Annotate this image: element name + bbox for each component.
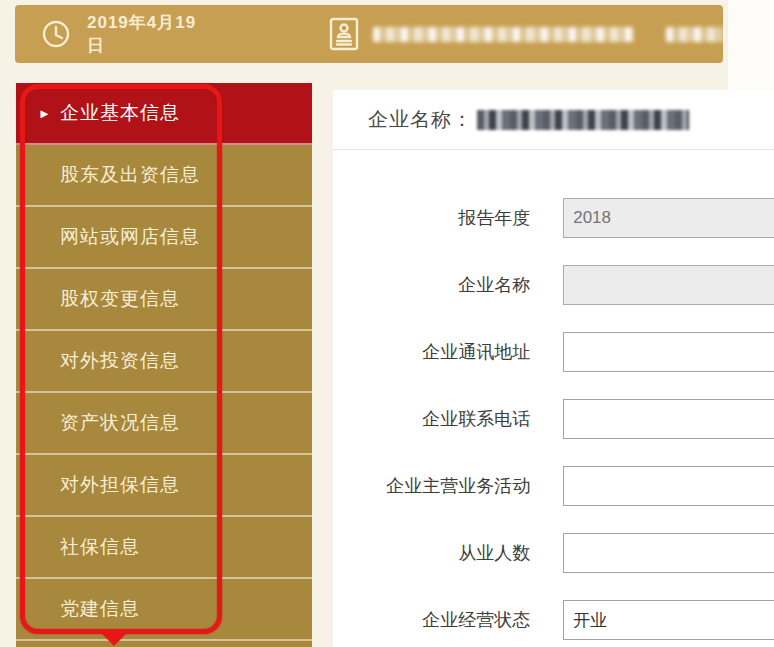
sidebar-item-label: 对外担保信息 [60,472,180,498]
form-row-phone: 企业联系电话 [333,399,774,439]
form-row-business-status: 企业经营状态 [333,600,774,640]
address-label: 企业通讯地址 [333,340,530,364]
user-name-redacted[interactable] [666,27,724,42]
company-name-redacted [373,27,634,42]
sidebar-item-external-investment[interactable]: 对外投资信息 [16,331,312,393]
active-arrow-icon: ► [38,106,52,121]
sidebar-item-label: 股东及出资信息 [60,162,200,188]
sidebar-item-label: 对外投资信息 [60,348,180,374]
sidebar-item-label: 党建信息 [60,596,140,622]
form-row-main-business: 企业主营业务活动 [333,466,774,506]
company-name-value-redacted [573,275,769,296]
company-name-title-label: 企业名称： [368,106,473,133]
sidebar-item-label: 社保信息 [60,534,140,560]
main-business-input[interactable] [563,466,774,506]
content-panel: 企业名称： 报告年度 企业名称 企业通讯地址 企业联系电话 企业主营业务活动 从… [333,90,774,647]
employees-input[interactable] [563,533,774,573]
sidebar-item-party-building[interactable]: 党建信息 [16,579,312,641]
business-status-select[interactable] [563,600,774,640]
phone-input[interactable] [563,399,774,439]
sidebar-menu: ► 企业基本信息 股东及出资信息 网站或网店信息 股权变更信息 对外投资信息 资… [16,83,312,647]
sidebar-item-website[interactable]: 网站或网店信息 [16,207,312,269]
sidebar-item-label: 企业基本信息 [60,100,180,126]
current-date: 2019年4月19日 [87,11,209,57]
sidebar-item-label: 股权变更信息 [60,286,180,312]
form-row-company-name: 企业名称 [333,265,774,305]
report-year-input[interactable] [563,198,774,238]
business-license-icon [329,17,359,51]
company-name-label: 企业名称 [333,273,530,297]
sidebar-item-shareholders[interactable]: 股东及出资信息 [16,145,312,207]
business-status-label: 企业经营状态 [333,608,530,632]
sidebar-item-equity-change[interactable]: 股权变更信息 [16,269,312,331]
form-row-address: 企业通讯地址 [333,332,774,372]
sidebar-item-assets[interactable]: 资产状况信息 [16,393,312,455]
panel-header: 企业名称： [333,90,774,150]
company-name-input[interactable] [563,265,774,305]
address-input[interactable] [563,332,774,372]
company-name-title-redacted [477,110,689,130]
report-year-label: 报告年度 [333,206,530,230]
top-bar: 2019年4月19日 [15,5,723,63]
clock-icon [41,19,71,49]
sidebar-item-guarantees[interactable]: 对外担保信息 [16,455,312,517]
sidebar-item-social-security[interactable]: 社保信息 [16,517,312,579]
annual-report-form: 报告年度 企业名称 企业通讯地址 企业联系电话 企业主营业务活动 从业人数 企业… [333,150,774,640]
sidebar-item-basic-info[interactable]: ► 企业基本信息 [16,83,312,145]
employees-label: 从业人数 [333,541,530,565]
sidebar-item-label: 网站或网店信息 [60,224,200,250]
form-row-employees: 从业人数 [333,533,774,573]
sidebar-item-label: 资产状况信息 [60,410,180,436]
form-row-report-year: 报告年度 [333,198,774,238]
phone-label: 企业联系电话 [333,407,530,431]
main-business-label: 企业主营业务活动 [333,474,530,498]
